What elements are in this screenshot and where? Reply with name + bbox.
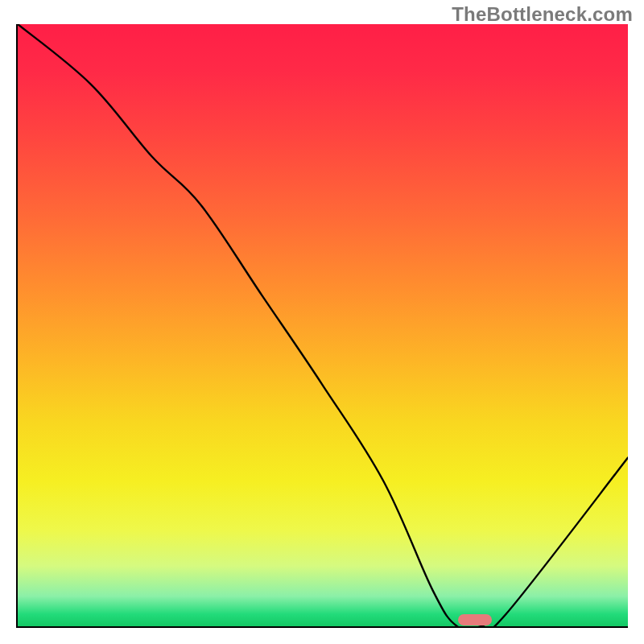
chart-frame: TheBottleneck.com [0,0,644,644]
plot-area [16,24,628,628]
bottleneck-curve [18,24,628,626]
optimal-range-marker [458,614,492,625]
watermark-text: TheBottleneck.com [452,3,633,26]
